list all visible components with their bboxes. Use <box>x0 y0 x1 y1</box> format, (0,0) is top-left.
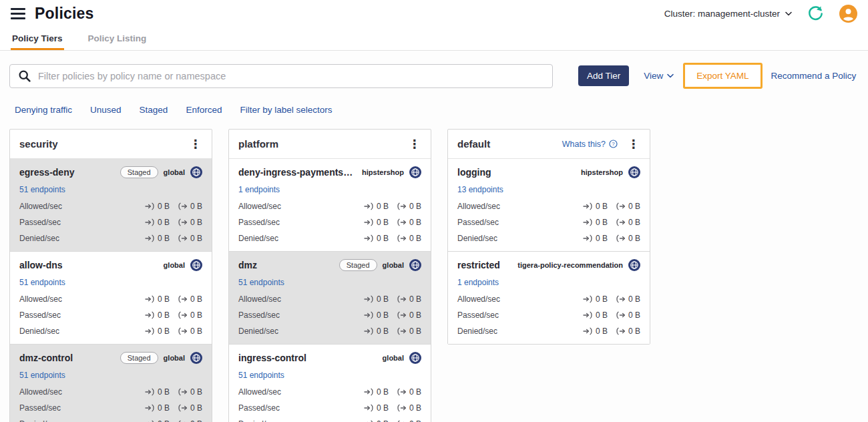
globe-icon <box>628 166 640 178</box>
ingress-arrow-icon <box>364 404 374 412</box>
egress-arrow-icon <box>397 234 407 242</box>
ingress-arrow-icon <box>364 311 374 319</box>
endpoints-link[interactable]: 51 endpoints <box>19 185 65 194</box>
policy-card-logging[interactable]: logging hipstershop 13 endpoints Allowed… <box>448 159 650 252</box>
policy-meta: Staged global <box>339 259 421 271</box>
view-button-label: View <box>644 71 663 81</box>
policy-meta: Staged global <box>120 352 202 364</box>
policy-card-egress-deny[interactable]: egress-deny Staged global 51 endpoints A… <box>10 159 212 252</box>
globe-icon <box>628 259 640 271</box>
policy-title-row: egress-deny Staged global <box>19 166 202 179</box>
endpoints-link[interactable]: 51 endpoints <box>238 371 284 380</box>
tier-actions: Whats this? ? ⋮ <box>562 137 643 152</box>
history-button[interactable] <box>807 5 825 23</box>
policy-scope: global <box>164 168 185 176</box>
globe-icon <box>190 166 202 178</box>
egress-arrow-icon <box>616 327 626 335</box>
filter-enforced[interactable]: Enforced <box>186 105 222 115</box>
metric-ingress-value: 0 B <box>583 234 608 243</box>
egress-arrow-icon <box>178 202 188 210</box>
export-yaml-button[interactable]: Export YAML <box>683 63 762 89</box>
policy-card-deny-ingress-paymentservi[interactable]: deny-ingress-paymentservi... hipstershop… <box>229 159 431 252</box>
egress-arrow-icon <box>616 234 626 242</box>
metric-row: Allowed/sec0 B0 B <box>457 294 640 304</box>
globe-icon <box>190 352 202 364</box>
policy-name: egress-deny <box>19 167 115 178</box>
ingress-arrow-icon <box>145 234 155 242</box>
metric-label: Allowed/sec <box>238 387 281 397</box>
endpoints-link[interactable]: 1 endpoints <box>457 278 499 287</box>
metric-row: Denied/sec0 B0 B <box>457 327 640 336</box>
endpoints-link[interactable]: 51 endpoints <box>19 371 65 380</box>
metric-label: Passed/sec <box>238 310 280 320</box>
metric-ingress-value: 0 B <box>583 327 608 336</box>
globe-icon <box>190 259 202 271</box>
metric-egress-value: 0 B <box>397 294 421 304</box>
egress-arrow-icon <box>397 388 407 396</box>
metric-egress-value: 0 B <box>397 310 421 320</box>
egress-arrow-icon <box>397 295 407 303</box>
search-input[interactable] <box>38 71 544 81</box>
filter-staged[interactable]: Staged <box>140 105 168 115</box>
metric-label: Allowed/sec <box>19 294 62 304</box>
policy-name: dmz-control <box>19 353 115 363</box>
metric-label: Allowed/sec <box>457 202 500 211</box>
metric-row: Passed/sec0 B0 B <box>19 403 202 413</box>
policy-metrics: Allowed/sec0 B0 BPassed/sec0 B0 BDenied/… <box>457 202 640 243</box>
metric-ingress-value: 0 B <box>145 234 170 243</box>
ingress-arrow-icon <box>583 218 593 226</box>
egress-arrow-icon <box>397 202 407 210</box>
hamburger-menu-icon[interactable] <box>11 7 25 21</box>
metric-label: Denied/sec <box>19 419 59 422</box>
tier-actions: ⋮ <box>186 137 205 152</box>
policy-card-ingress-control[interactable]: ingress-control global 51 endpoints Allo… <box>229 345 431 422</box>
endpoints-link[interactable]: 51 endpoints <box>238 278 284 287</box>
policy-name: ingress-control <box>238 353 377 363</box>
ingress-arrow-icon <box>145 388 155 396</box>
policy-card-dmz[interactable]: dmz Staged global 51 endpoints Allowed/s… <box>229 252 431 345</box>
metric-ingress-value: 0 B <box>364 218 389 227</box>
kebab-menu-icon[interactable]: ⋮ <box>186 137 205 152</box>
metric-egress-value: 0 B <box>397 327 421 336</box>
filter-unused[interactable]: Unused <box>90 105 122 115</box>
user-avatar[interactable] <box>839 5 857 23</box>
egress-arrow-icon <box>178 388 188 396</box>
ingress-arrow-icon <box>364 295 374 303</box>
metric-row: Allowed/sec0 B0 B <box>457 202 640 211</box>
policy-card-restricted[interactable]: restricted tigera-policy-recommendation … <box>448 252 650 344</box>
metric-label: Passed/sec <box>19 403 61 413</box>
policy-meta: tigera-policy-recommendation <box>517 259 640 271</box>
ingress-arrow-icon <box>145 404 155 412</box>
kebab-menu-icon[interactable]: ⋮ <box>405 137 424 152</box>
metric-label: Passed/sec <box>457 310 499 320</box>
tab-policy-listing[interactable]: Policy Listing <box>87 27 148 50</box>
policy-card-dmz-control[interactable]: dmz-control Staged global 51 endpoints A… <box>10 345 212 422</box>
metric-ingress-value: 0 B <box>364 387 389 397</box>
metric-row: Denied/sec0 B0 B <box>238 234 421 243</box>
filter-label-selectors[interactable]: Filter by label selectors <box>240 105 332 115</box>
metric-ingress-value: 0 B <box>145 310 170 320</box>
metric-egress-value: 0 B <box>616 310 640 320</box>
toolbar: Add Tier View Export YAML Recommend a Po… <box>0 63 868 89</box>
kebab-menu-icon[interactable]: ⋮ <box>624 137 643 152</box>
policy-name: dmz <box>238 260 334 270</box>
ingress-arrow-icon <box>364 327 374 335</box>
tier-policy-list: deny-ingress-paymentservi... hipstershop… <box>229 159 431 422</box>
policy-meta: hipstershop <box>581 166 640 178</box>
cluster-selector[interactable]: Cluster: management-cluster <box>664 9 792 19</box>
tab-policy-tiers[interactable]: Policy Tiers <box>11 27 64 50</box>
endpoints-link[interactable]: 13 endpoints <box>457 185 503 194</box>
staged-badge: Staged <box>120 352 158 364</box>
metric-egress-value: 0 B <box>178 202 202 211</box>
filter-denying-traffic[interactable]: Denying traffic <box>15 105 72 115</box>
metric-label: Passed/sec <box>19 218 61 227</box>
view-button[interactable]: View <box>644 71 674 81</box>
whats-this-link[interactable]: Whats this? ? <box>562 140 618 149</box>
endpoints-link[interactable]: 51 endpoints <box>19 278 65 287</box>
recommend-policy-link[interactable]: Recommend a Policy <box>771 71 857 81</box>
add-tier-button[interactable]: Add Tier <box>578 65 629 86</box>
endpoints-link[interactable]: 1 endpoints <box>238 185 280 194</box>
policy-card-allow-dns[interactable]: allow-dns global 51 endpoints Allowed/se… <box>10 252 212 345</box>
header-actions: Cluster: management-cluster <box>664 5 857 23</box>
tier-header: platform ⋮ <box>229 130 431 159</box>
